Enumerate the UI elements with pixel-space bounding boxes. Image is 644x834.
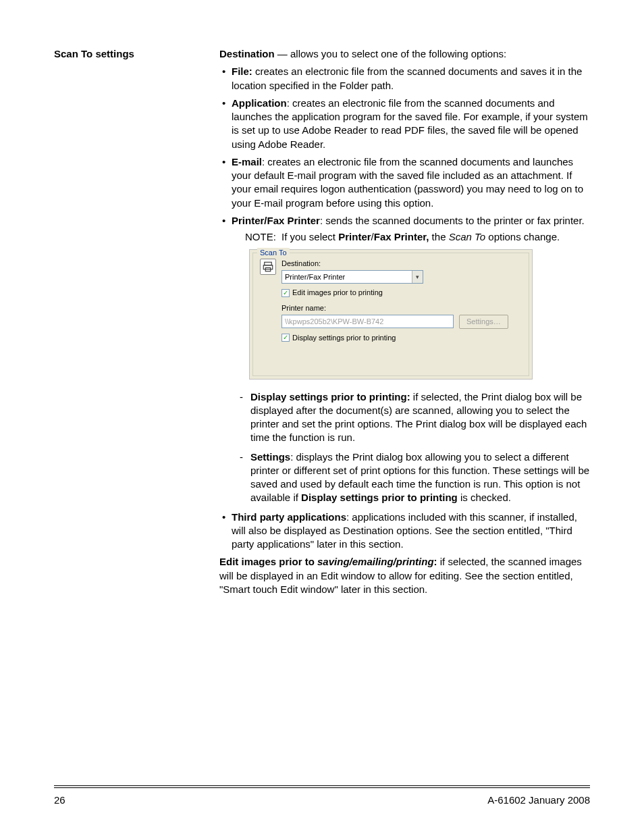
note-post1: the — [429, 231, 448, 242]
settings-button[interactable]: Settings… — [459, 315, 508, 329]
display-settings-checkbox-label: Display settings prior to printing — [292, 333, 396, 343]
intro-rest: — allows you to select one of the follow… — [275, 48, 507, 59]
destination-combo-text: Printer/Fax Printer — [282, 271, 412, 283]
bullet-third-party: Third party applications: applications i… — [219, 511, 590, 552]
groupbox-legend: Scan To — [257, 248, 290, 258]
display-settings-checkbox-row[interactable]: ✓ Display settings prior to printing — [281, 333, 522, 343]
note-post2: options change. — [485, 231, 560, 242]
document-page: Scan To settings Destination — allows yo… — [0, 0, 644, 834]
printer-name-input[interactable]: \\kpwps205b2\KPW-BW-B742 — [281, 315, 454, 328]
destination-label: Destination: — [281, 259, 522, 269]
bullet-email: E-mail: creates an electronic file from … — [219, 155, 590, 210]
printer-name-label: Printer name: — [281, 303, 522, 313]
edit-images-ital: saving/emailing/printing — [317, 556, 434, 567]
intro-paragraph: Destination — allows you to select one o… — [219, 47, 590, 61]
edit-images-checkbox-row[interactable]: ✓ Edit images prior to printing — [281, 288, 522, 298]
edit-images-checkbox-label: Edit images prior to printing — [292, 288, 383, 298]
svg-rect-0 — [265, 263, 272, 266]
bullet-file: File: creates an electronic file from th… — [219, 65, 590, 93]
document-id: A-61602 January 2008 — [487, 793, 590, 807]
d2-text2: is checked. — [458, 492, 511, 503]
scan-to-groupbox: Scan To Destination: Printer/Fax Printer — [252, 253, 529, 375]
left-column: Scan To settings — [54, 47, 219, 61]
group-content: Destination: Printer/Fax Printer ▾ ✓ Edi… — [281, 259, 522, 348]
bullet-file-text: creates an electronic file from the scan… — [232, 66, 582, 90]
page-footer: 26 A-61602 January 2008 — [54, 785, 590, 807]
group-row: Destination: Printer/Fax Printer ▾ ✓ Edi… — [260, 259, 522, 348]
note-pre: If you select — [281, 231, 338, 242]
dash-settings: Settings: displays the Print dialog box … — [232, 450, 590, 505]
note-row: NOTE: If you select Printer/Fax Printer,… — [245, 230, 590, 244]
bullet-printer-text: : sends the scanned documents to the pri… — [320, 215, 585, 226]
bullet-file-bold: File: — [232, 66, 252, 77]
printer-sublist: Display settings prior to printing: if s… — [232, 390, 590, 505]
edit-images-b1: Edit images prior to — [219, 556, 317, 567]
note-ital: Scan To — [449, 231, 486, 242]
d1-bold: Display settings prior to printing: — [250, 391, 410, 402]
bullet-printer-bold: Printer/Fax Printer — [232, 215, 320, 226]
edit-images-paragraph: Edit images prior to saving/emailing/pri… — [219, 555, 590, 596]
scan-to-panel: Scan To Destination: Printer/Fax Printer — [249, 249, 533, 379]
bullet-application: Application: creates an electronic file … — [219, 97, 590, 151]
d2-bold2: Display settings prior to printing — [301, 492, 458, 503]
checkbox-checked-icon[interactable]: ✓ — [281, 289, 290, 297]
chevron-down-icon[interactable]: ▾ — [412, 271, 423, 283]
note-label: NOTE: — [245, 230, 281, 244]
note-b2: Fax Printer, — [374, 231, 429, 242]
svg-rect-1 — [263, 265, 273, 269]
dash-display-settings: Display settings prior to printing: if s… — [232, 390, 590, 445]
printer-name-row: \\kpwps205b2\KPW-BW-B742 Settings… — [281, 315, 522, 329]
note-b1: Printer — [338, 231, 371, 242]
bullet-email-text: : creates an electronic file from the sc… — [232, 156, 583, 209]
bullet-app-bold: Application — [232, 97, 287, 109]
destination-bullets: File: creates an electronic file from th… — [219, 65, 590, 551]
printer-icon — [260, 259, 276, 275]
right-column: Destination — allows you to select one o… — [219, 47, 590, 600]
note-body: If you select Printer/Fax Printer, the S… — [281, 230, 590, 244]
content-row: Scan To settings Destination — allows yo… — [54, 47, 590, 600]
bullet-email-bold: E-mail — [232, 156, 262, 167]
bullet-printer: Printer/Fax Printer: sends the scanned d… — [219, 214, 590, 505]
destination-combo[interactable]: Printer/Fax Printer ▾ — [281, 270, 423, 284]
third-party-bold: Third party applications — [232, 511, 346, 523]
d2-bold: Settings — [250, 451, 290, 463]
section-heading: Scan To settings — [54, 47, 219, 61]
intro-bold: Destination — [219, 48, 275, 59]
printer-svg — [262, 261, 274, 273]
page-number: 26 — [54, 793, 65, 807]
checkbox-checked-icon[interactable]: ✓ — [281, 334, 290, 342]
